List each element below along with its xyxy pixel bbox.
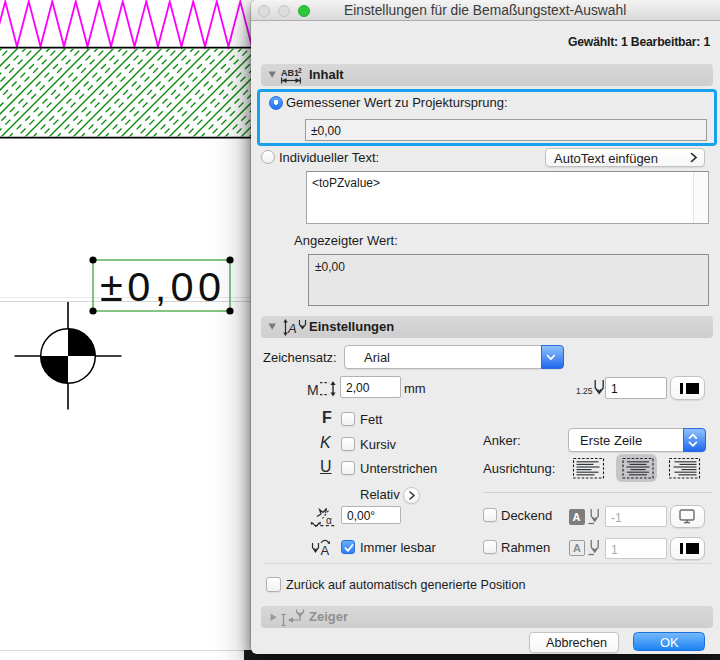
svg-text:A: A — [321, 543, 330, 557]
svg-text:A: A — [287, 321, 297, 336]
svg-text:α: α — [326, 515, 332, 526]
svg-text:AB1: AB1 — [281, 68, 299, 78]
svg-text:2: 2 — [298, 67, 302, 74]
svg-text:±0,00: ±0,00 — [100, 263, 226, 310]
svg-text:M: M — [307, 382, 319, 398]
